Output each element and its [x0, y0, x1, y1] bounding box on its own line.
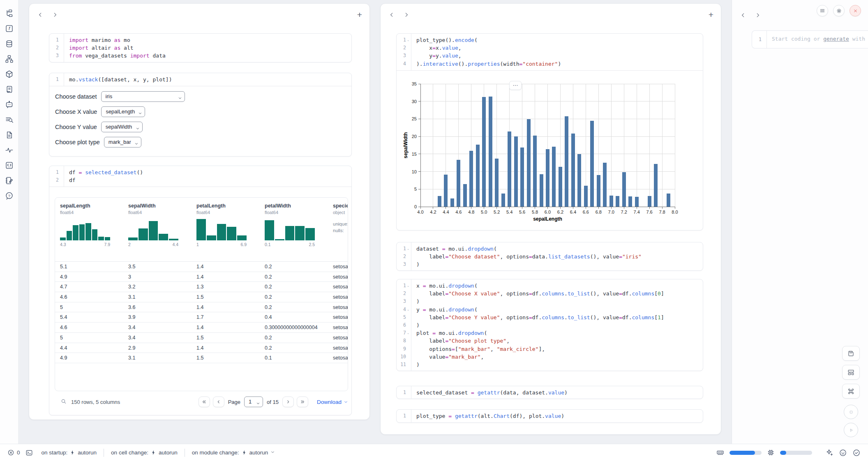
prev-page-button[interactable]	[213, 396, 224, 407]
cell-output: sepalLengthfloat644.37.9sepalWidthfloat6…	[49, 187, 351, 415]
dataframe-table: sepalLengthfloat644.37.9sepalWidthfloat6…	[55, 197, 348, 391]
column-header[interactable]: sepalWidthfloat6424.4	[123, 203, 192, 257]
left-panel-nav	[37, 12, 58, 18]
code-editor[interactable]: 1mo.vstack([dataset, x, y, plot])	[49, 73, 351, 86]
stop-button[interactable]	[844, 405, 858, 419]
code-editor[interactable]: 1⌄23dataset = mo.ui.dropdown( label="Cho…	[397, 242, 703, 271]
run-button[interactable]	[844, 423, 858, 437]
svg-text:6.2: 6.2	[557, 210, 563, 214]
save-button[interactable]	[842, 346, 860, 361]
fold-icon[interactable]: ⌄	[406, 36, 410, 44]
next-column-icon[interactable]	[52, 12, 58, 18]
errors-indicator[interactable]: 0	[7, 449, 20, 456]
cell-xy-plot-dropdowns[interactable]: 1⌄234⌄567⌄891011x = mo.ui.dropdown( labe…	[396, 279, 703, 371]
dependency-graph-icon[interactable]	[4, 54, 14, 64]
line-number: 6	[403, 321, 406, 329]
command-palette-button[interactable]	[842, 384, 860, 399]
settings-button[interactable]	[833, 5, 845, 16]
svg-text:4.0: 4.0	[417, 210, 423, 214]
logs-icon[interactable]	[4, 84, 14, 94]
scratch-cell[interactable]: 1 Start coding or generate with	[752, 30, 868, 48]
code-line: y=y.value,	[416, 52, 703, 60]
code-editor[interactable]: 1plot_type = getattr(alt.Chart(df), plot…	[397, 410, 703, 422]
fold-icon[interactable]: ⌄	[406, 329, 410, 337]
cell-dataset-dropdown[interactable]: 1⌄23dataset = mo.ui.dropdown( label="Cho…	[396, 242, 703, 271]
bar-chart[interactable]: 051015202530354.04.24.44.64.85.05.25.45.…	[397, 71, 703, 230]
fold-icon[interactable]: ⌄	[406, 306, 410, 313]
code-editor[interactable]: 123import marimo as moimport altair as a…	[49, 34, 351, 62]
functions-icon[interactable]: f	[4, 23, 14, 33]
documentation-icon[interactable]	[4, 130, 14, 140]
line-number: 9	[403, 345, 406, 353]
dropdown-select[interactable]: sepalLength	[101, 106, 145, 117]
copilot-icon[interactable]	[839, 449, 847, 457]
search-icon[interactable]	[60, 398, 67, 406]
table-cell: 4.7	[55, 282, 123, 292]
code-editor[interactable]: 1selected_dataset = getattr(data, datase…	[397, 386, 703, 399]
cell-dataframe[interactable]: 12df = selected_dataset()df sepalLengthf…	[49, 166, 352, 415]
cell-selected-dataset[interactable]: 1selected_dataset = getattr(data, datase…	[396, 386, 703, 399]
column-header[interactable]: sepalLengthfloat644.37.9	[55, 203, 123, 257]
table-cell: 0.2	[260, 333, 328, 343]
memory-usage-meter	[729, 451, 762, 455]
connection-status-icon[interactable]	[852, 449, 861, 457]
table-cell: 1.5	[192, 353, 260, 363]
scratchpad-icon[interactable]	[4, 175, 14, 185]
fold-icon[interactable]: ⌄	[406, 245, 410, 253]
table-cell: 3.2	[123, 282, 192, 292]
next-page-button[interactable]	[282, 396, 294, 407]
on-module-change-toggle[interactable]: on module change: autorun	[192, 449, 275, 456]
cell-plot-type[interactable]: 1plot_type = getattr(alt.Chart(df), plot…	[396, 409, 703, 423]
code-editor[interactable]: 1⌄234⌄567⌄891011x = mo.ui.dropdown( labe…	[397, 279, 703, 371]
cell-imports[interactable]: 123import marimo as moimport altair as a…	[49, 33, 352, 62]
help-icon[interactable]: ?	[4, 191, 14, 201]
line-number: 4	[403, 60, 406, 68]
prev-column-icon[interactable]	[37, 12, 43, 18]
column-header[interactable]: petalLengthfloat6416.9	[192, 203, 260, 257]
dropdown-label: Choose Y value	[55, 124, 97, 130]
next-column-icon[interactable]	[404, 12, 409, 18]
page-select[interactable]: 1	[244, 396, 263, 407]
editor-placeholder[interactable]: Start coding or generate with	[767, 31, 865, 48]
gear-icon	[836, 8, 842, 14]
table-cell: 4.9	[55, 353, 123, 363]
terminal-button[interactable]	[25, 449, 33, 456]
packages-icon[interactable]	[4, 69, 14, 79]
add-cell-button[interactable]: +	[709, 11, 713, 18]
list-search-icon[interactable]	[4, 115, 14, 124]
tracing-icon[interactable]	[4, 145, 14, 155]
table-cell: 5.4	[55, 312, 123, 322]
snippets-icon[interactable]	[4, 160, 14, 170]
dropdown-select[interactable]: sepalWidth	[101, 122, 143, 132]
next-column-icon[interactable]	[755, 12, 761, 18]
cell-vstack[interactable]: 1mo.vstack([dataset, x, y, plot]) Choose…	[49, 73, 352, 157]
memory-icon	[716, 449, 724, 456]
prev-column-icon[interactable]	[389, 12, 395, 18]
fold-icon[interactable]: ⌄	[406, 282, 410, 290]
svg-text:7.0: 7.0	[608, 210, 614, 214]
ai-sparkles-icon[interactable]	[825, 449, 833, 457]
ai-chat-icon[interactable]	[4, 99, 14, 109]
layout-button[interactable]	[842, 365, 860, 380]
prev-column-icon[interactable]	[740, 12, 746, 18]
dropdown-select[interactable]: iris	[101, 91, 185, 102]
add-cell-button[interactable]: +	[357, 11, 362, 18]
on-cell-change-toggle[interactable]: on cell change: autorun	[111, 449, 178, 456]
column-header[interactable]: petalWidthfloat640.12.5	[260, 203, 328, 257]
code-editor[interactable]: 1⌄234plot_type().encode( x=x.value, y=y.…	[397, 34, 703, 70]
code-editor[interactable]: 12df = selected_dataset()df	[49, 166, 351, 187]
cell-plot[interactable]: 1⌄234plot_type().encode( x=x.value, y=y.…	[396, 33, 703, 230]
on-startup-toggle[interactable]: on startup: autorun	[42, 449, 97, 456]
line-number: 11	[400, 361, 406, 369]
first-page-button[interactable]	[199, 396, 210, 407]
table-cell: 0.30000000000000004	[260, 323, 328, 332]
download-button[interactable]: Download	[317, 399, 348, 405]
file-tree-icon[interactable]	[4, 8, 14, 18]
last-page-button[interactable]	[297, 396, 308, 407]
chart-actions-button[interactable]: ⋯	[509, 81, 522, 90]
dropdown-select[interactable]: mark_bar	[104, 137, 141, 148]
datasources-icon[interactable]	[4, 39, 14, 48]
menu-button[interactable]	[817, 5, 828, 16]
column-header[interactable]: speciesobjectunique:nulls:	[328, 203, 348, 257]
close-button[interactable]	[850, 5, 861, 16]
